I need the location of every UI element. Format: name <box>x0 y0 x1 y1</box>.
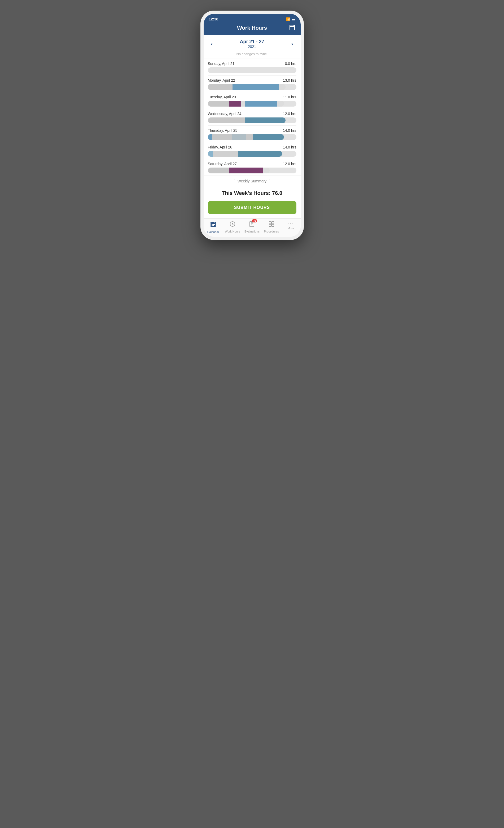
day-header-monday: Monday, April 22 13.0 hrs <box>208 78 296 82</box>
day-name-friday: Friday, April 26 <box>208 145 232 149</box>
day-hours-tuesday: 11.0 hrs <box>283 95 296 99</box>
phone-device: 12:38 📶 ▬ Work Hours ‹ Apr 21 - 27 <box>201 11 304 240</box>
calendar-tab-icon <box>210 221 217 229</box>
prev-week-button[interactable]: ‹ <box>209 40 215 48</box>
submit-hours-button[interactable]: SUBMIT HOURS <box>208 201 296 214</box>
app-header: Work Hours <box>204 23 301 35</box>
tab-work-hours[interactable]: Work Hours <box>224 221 241 234</box>
day-hours-monday: 13.0 hrs <box>283 78 296 82</box>
chevron-right-icon: ˅ <box>268 179 270 183</box>
tab-calendar-label: Calendar <box>207 231 219 234</box>
svg-rect-5 <box>211 222 216 223</box>
calendar-icon[interactable] <box>289 24 295 32</box>
day-row-friday: Friday, April 26 14.0 hrs <box>208 142 296 159</box>
day-header-saturday: Saturday, April 27 12.0 hrs <box>208 162 296 166</box>
svg-rect-21 <box>272 224 274 226</box>
svg-rect-19 <box>272 222 274 224</box>
tab-evaluations[interactable]: 72 Evaluations <box>244 221 260 234</box>
tab-bar: Calendar Work Hours <box>204 218 301 237</box>
day-header-thursday: Thursday, April 25 14.0 hrs <box>208 128 296 132</box>
tab-procedures[interactable]: Procedures <box>263 221 280 234</box>
battery-icon: ▬ <box>292 17 295 21</box>
procedures-tab-icon <box>268 221 275 229</box>
day-name-tuesday: Tuesday, April 23 <box>208 95 236 99</box>
evaluations-tab-icon: 72 <box>249 221 255 229</box>
day-name-wednesday: Wednesday, April 24 <box>208 112 242 116</box>
clock-tab-icon <box>229 221 236 229</box>
day-header-wednesday: Wednesday, April 24 12.0 hrs <box>208 112 296 116</box>
sync-status: No changes to sync. <box>204 51 301 58</box>
svg-rect-11 <box>212 225 213 226</box>
day-header-friday: Friday, April 26 14.0 hrs <box>208 145 296 149</box>
svg-rect-20 <box>269 224 271 226</box>
day-row-thursday: Thursday, April 25 14.0 hrs <box>208 126 296 142</box>
day-hours-wednesday: 12.0 hrs <box>283 112 296 116</box>
next-week-button[interactable]: › <box>289 40 295 48</box>
day-name-saturday: Saturday, April 27 <box>208 162 237 166</box>
day-row-wednesday: Wednesday, April 24 12.0 hrs <box>208 109 296 126</box>
day-hours-thursday: 14.0 hrs <box>283 128 296 132</box>
day-bar-tuesday[interactable] <box>208 101 296 107</box>
day-bar-thursday[interactable] <box>208 134 296 140</box>
days-container: Sunday, April 21 0.0 hrs Monday, April 2… <box>204 58 301 175</box>
tab-work-hours-label: Work Hours <box>225 230 240 233</box>
day-header-sunday: Sunday, April 21 0.0 hrs <box>208 61 296 66</box>
weekly-summary-label: Weekly Summary <box>238 179 266 183</box>
day-bar-monday[interactable] <box>208 84 296 90</box>
svg-rect-18 <box>269 222 271 224</box>
date-range: Apr 21 - 27 <box>240 39 264 45</box>
day-bar-sunday[interactable] <box>208 67 296 73</box>
day-hours-friday: 14.0 hrs <box>283 145 296 149</box>
day-name-sunday: Sunday, April 21 <box>208 61 235 66</box>
tab-calendar[interactable]: Calendar <box>205 221 221 234</box>
tab-evaluations-label: Evaluations <box>245 230 259 233</box>
date-navigation: ‹ Apr 21 - 27 2021 › <box>204 35 301 51</box>
tab-more-label: More <box>287 227 294 230</box>
day-row-sunday: Sunday, April 21 0.0 hrs <box>208 59 296 76</box>
more-tab-icon: ··· <box>288 221 293 225</box>
wifi-icon: 📶 <box>286 17 290 21</box>
tab-procedures-label: Procedures <box>264 230 279 233</box>
day-hours-sunday: 0.0 hrs <box>285 61 296 66</box>
svg-rect-9 <box>213 224 214 225</box>
day-bar-friday[interactable] <box>208 151 296 157</box>
evaluations-badge: 72 <box>252 219 257 222</box>
day-header-tuesday: Tuesday, April 23 11.0 hrs <box>208 95 296 99</box>
day-name-monday: Monday, April 22 <box>208 78 235 82</box>
weekly-summary-toggle[interactable]: ˅ Weekly Summary ˅ <box>204 175 301 187</box>
day-row-tuesday: Tuesday, April 23 11.0 hrs <box>208 92 296 109</box>
day-hours-saturday: 12.0 hrs <box>283 162 296 166</box>
date-center: Apr 21 - 27 2021 <box>240 39 264 49</box>
week-total: This Week's Hours: 76.0 <box>204 187 301 199</box>
svg-rect-0 <box>290 25 295 30</box>
date-year: 2021 <box>240 45 264 49</box>
day-bar-saturday[interactable] <box>208 168 296 173</box>
tab-more[interactable]: ··· More <box>283 221 299 234</box>
chevron-left-icon: ˅ <box>234 179 236 183</box>
day-row-saturday: Saturday, April 27 12.0 hrs <box>208 159 296 175</box>
status-time: 12:38 <box>209 17 218 21</box>
day-row-monday: Monday, April 22 13.0 hrs <box>208 76 296 92</box>
status-bar: 12:38 📶 ▬ <box>204 14 301 23</box>
day-bar-wednesday[interactable] <box>208 118 296 123</box>
svg-rect-10 <box>214 224 215 225</box>
svg-rect-12 <box>213 225 214 226</box>
app-title: Work Hours <box>237 25 267 31</box>
day-name-thursday: Thursday, April 25 <box>208 128 238 132</box>
phone-screen: 12:38 📶 ▬ Work Hours ‹ Apr 21 - 27 <box>204 14 301 237</box>
svg-rect-8 <box>212 224 213 225</box>
status-icons: 📶 ▬ <box>286 17 295 21</box>
